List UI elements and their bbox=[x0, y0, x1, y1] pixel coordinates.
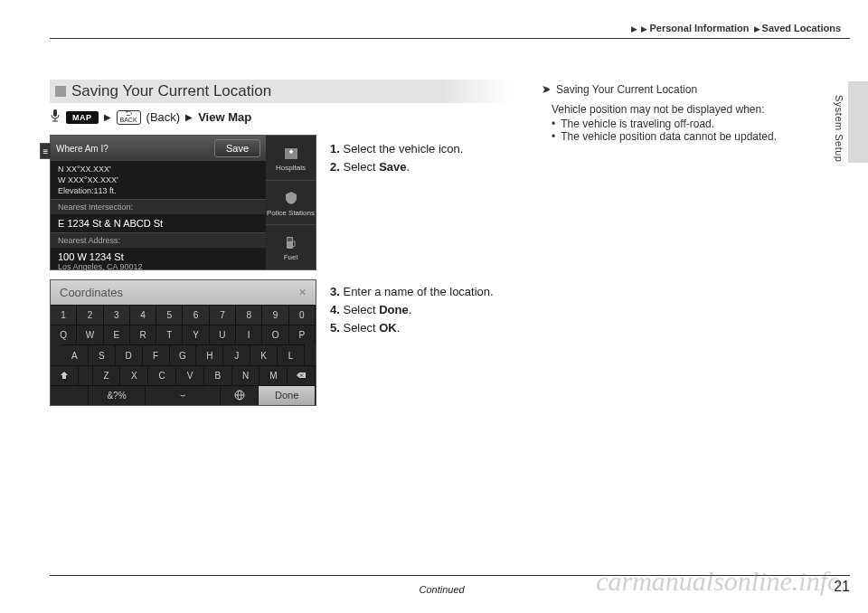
view-map-label: View Map bbox=[198, 110, 251, 124]
ss1-coords: N XX°XX.XXX' W XXX°XX.XXX' Elevation:113… bbox=[51, 161, 266, 199]
back-icon: ⮌BACK bbox=[117, 110, 141, 125]
square-bullet-icon bbox=[55, 86, 66, 97]
key-i[interactable]: I bbox=[236, 325, 262, 344]
section-heading-text: Saving Your Current Location bbox=[71, 82, 271, 100]
chevron-right-icon: ▶ bbox=[185, 112, 193, 122]
side-tab-label: System Setup bbox=[834, 95, 844, 162]
key-p[interactable]: P bbox=[289, 325, 316, 344]
key-c[interactable]: C bbox=[148, 365, 176, 385]
key-9[interactable]: 9 bbox=[262, 305, 288, 325]
key-s[interactable]: S bbox=[89, 344, 116, 364]
key-4[interactable]: 4 bbox=[130, 305, 156, 325]
tip-title: Saving Your Current Location bbox=[556, 83, 697, 96]
kb-row-bottom: &?% ⌣ Done bbox=[51, 385, 316, 405]
key-k[interactable]: K bbox=[250, 344, 278, 364]
key-6[interactable]: 6 bbox=[183, 305, 209, 325]
kb-row-nums: 1234567890 bbox=[51, 305, 316, 325]
police-icon bbox=[282, 189, 300, 207]
key-l[interactable]: L bbox=[278, 344, 305, 364]
menu-icon: ≡ bbox=[40, 143, 51, 159]
key-2[interactable]: 2 bbox=[77, 305, 103, 325]
key-d[interactable]: D bbox=[116, 344, 143, 364]
hospitals-button[interactable]: Hospitals bbox=[266, 136, 316, 181]
chevron-right-icon: ▶ bbox=[104, 112, 111, 122]
key-n[interactable]: N bbox=[232, 365, 260, 385]
police-button[interactable]: Police Stations bbox=[266, 181, 316, 226]
tip-column: ⮞ Saving Your Current Location Vehicle p… bbox=[542, 83, 814, 143]
page-number: 21 bbox=[834, 579, 850, 595]
breadcrumb: ▶▶Personal Information ▶Saved Locations bbox=[629, 23, 841, 33]
continued-label: Continued bbox=[420, 584, 465, 595]
key-h[interactable]: H bbox=[196, 344, 223, 364]
space-key[interactable]: ⌣ bbox=[146, 385, 221, 405]
kb-spacer bbox=[79, 365, 93, 385]
backspace-key[interactable] bbox=[288, 365, 316, 385]
key-v[interactable]: V bbox=[176, 365, 204, 385]
key-5[interactable]: 5 bbox=[156, 305, 183, 325]
key-u[interactable]: U bbox=[210, 325, 236, 344]
nearest-address-label: Nearest Address: bbox=[51, 232, 266, 248]
key-q[interactable]: Q bbox=[51, 325, 77, 344]
key-o[interactable]: O bbox=[262, 325, 288, 344]
kb-row-2: ASDFGHJKL bbox=[51, 344, 316, 364]
instructions: 1. Select the vehicle icon. 2. Select Sa… bbox=[330, 135, 494, 406]
close-icon[interactable]: ✕ bbox=[298, 287, 307, 298]
back-label: (Back) bbox=[146, 110, 181, 124]
kb-blank bbox=[51, 385, 89, 405]
nearest-intersection-label: Nearest Intersection: bbox=[51, 199, 266, 214]
key-0[interactable]: 0 bbox=[289, 305, 316, 325]
kb-row-1: QWERTYUIOP bbox=[51, 325, 316, 344]
key-m[interactable]: M bbox=[259, 365, 288, 385]
key-e[interactable]: E bbox=[104, 325, 130, 344]
key-1[interactable]: 1 bbox=[51, 305, 77, 325]
key-a[interactable]: A bbox=[61, 344, 89, 364]
key-z[interactable]: Z bbox=[93, 365, 121, 385]
ss2-title: Coordinates bbox=[60, 286, 123, 299]
keyboard[interactable]: 1234567890 QWERTYUIOP ASDFGHJKL ZXCVBNM … bbox=[51, 305, 316, 405]
screenshot-keyboard: Coordinates ✕ 1234567890 QWERTYUIOP ASDF… bbox=[50, 279, 316, 406]
side-tab bbox=[848, 81, 868, 163]
key-g[interactable]: G bbox=[170, 344, 197, 364]
key-7[interactable]: 7 bbox=[210, 305, 236, 325]
svg-rect-5 bbox=[290, 149, 292, 154]
key-b[interactable]: B bbox=[204, 365, 232, 385]
key-x[interactable]: X bbox=[120, 365, 148, 385]
shift-key[interactable] bbox=[51, 365, 79, 385]
globe-key[interactable] bbox=[221, 385, 259, 405]
footer: Continued 21 bbox=[50, 575, 850, 595]
kb-row-3: ZXCVBNM bbox=[51, 365, 316, 385]
fuel-icon bbox=[282, 233, 300, 251]
screenshot-where-am-i: ≡ Where Am I? Save N XX°XX.XXX' W XXX°XX… bbox=[50, 135, 316, 270]
key-r[interactable]: R bbox=[130, 325, 156, 344]
key-8[interactable]: 8 bbox=[236, 305, 262, 325]
save-button[interactable]: Save bbox=[214, 139, 260, 157]
svg-rect-0 bbox=[53, 109, 57, 117]
header-rule bbox=[50, 38, 850, 39]
section-heading: Saving Your Current Location bbox=[50, 80, 511, 103]
svg-rect-7 bbox=[288, 238, 292, 241]
nearest-intersection-value: E 1234 St & N ABCD St bbox=[51, 214, 266, 232]
map-button: MAP bbox=[66, 111, 99, 124]
done-key[interactable]: Done bbox=[259, 385, 316, 405]
nearest-address-value: 100 W 1234 St bbox=[51, 248, 266, 262]
fuel-button[interactable]: Fuel bbox=[266, 225, 316, 269]
nav-path: MAP ▶ ⮌BACK (Back) ▶ View Map bbox=[50, 108, 511, 126]
key-w[interactable]: W bbox=[77, 325, 103, 344]
ss1-title: Where Am I? bbox=[56, 144, 108, 154]
symbols-key[interactable]: &?% bbox=[89, 385, 146, 405]
tip-bullet: •The vehicle position data cannot be upd… bbox=[542, 130, 814, 143]
nearest-address-city: Los Angeles, CA 90012 bbox=[51, 262, 266, 275]
key-t[interactable]: T bbox=[156, 325, 183, 344]
key-y[interactable]: Y bbox=[183, 325, 209, 344]
voice-icon bbox=[50, 108, 61, 126]
tip-bullet: •The vehicle is traveling off-road. bbox=[542, 118, 814, 130]
hospital-icon bbox=[282, 144, 300, 162]
key-j[interactable]: J bbox=[223, 344, 250, 364]
key-3[interactable]: 3 bbox=[104, 305, 130, 325]
tip-icon: ⮞ bbox=[542, 85, 552, 95]
key-f[interactable]: F bbox=[143, 344, 170, 364]
tip-line: Vehicle position may not be displayed wh… bbox=[542, 101, 814, 118]
